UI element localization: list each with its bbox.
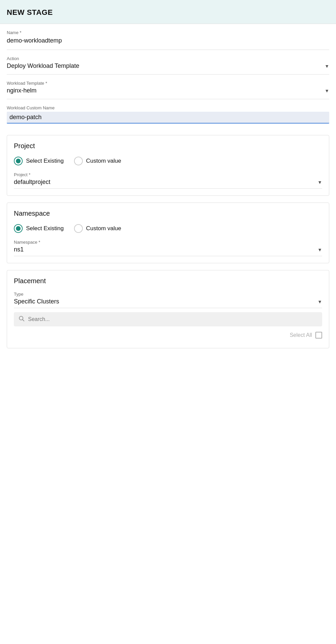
placement-type-value: Specific Clusters <box>14 298 59 305</box>
namespace-select-existing-label: Select Existing <box>26 225 64 232</box>
namespace-section: Namespace Select Existing Custom value N… <box>7 203 329 263</box>
name-field-group: Name * <box>7 24 329 50</box>
action-dropdown-arrow[interactable]: ▼ <box>325 63 329 69</box>
workload-custom-name-input[interactable] <box>7 112 329 124</box>
workload-template-select[interactable]: nginx-helm ▼ <box>7 87 329 94</box>
select-all-label: Select All <box>290 332 312 338</box>
workload-template-dropdown-arrow[interactable]: ▼ <box>325 88 329 93</box>
placement-section: Placement Type Specific Clusters ▼ Selec… <box>7 270 329 348</box>
namespace-radio-group: Select Existing Custom value <box>14 224 322 233</box>
page-title: NEW STAGE <box>7 8 329 17</box>
namespace-dropdown-value: ns1 <box>14 246 24 253</box>
workload-custom-name-label: Workload Custom Name <box>7 105 329 110</box>
workload-custom-name-field-group: Workload Custom Name <box>7 99 329 128</box>
select-all-checkbox[interactable] <box>315 332 322 339</box>
project-custom-value-label: Custom value <box>86 158 121 164</box>
action-field-group: Action Deploy Workload Template ▼ <box>7 50 329 75</box>
action-value: Deploy Workload Template <box>7 62 79 70</box>
namespace-dropdown[interactable]: ns1 ▼ <box>14 246 322 256</box>
workload-template-value: nginx-helm <box>7 87 37 94</box>
name-input[interactable] <box>7 36 329 45</box>
project-dropdown-value: defaultproject <box>14 179 50 186</box>
workload-template-field-group: Workload Template * nginx-helm ▼ <box>7 75 329 99</box>
action-select[interactable]: Deploy Workload Template ▼ <box>7 62 329 70</box>
form-body: Name * Action Deploy Workload Template ▼… <box>0 24 336 348</box>
project-select-existing-label: Select Existing <box>26 158 64 164</box>
project-custom-value-option[interactable]: Custom value <box>74 157 121 165</box>
namespace-select-existing-option[interactable]: Select Existing <box>14 224 64 233</box>
placement-type-dropdown[interactable]: Specific Clusters ▼ <box>14 298 322 308</box>
placement-search-input[interactable] <box>28 316 317 322</box>
placement-type-dropdown-arrow[interactable]: ▼ <box>317 299 322 304</box>
search-icon <box>19 316 25 323</box>
placement-search-box[interactable] <box>14 312 322 326</box>
project-section: Project Select Existing Custom value Pro… <box>7 135 329 196</box>
namespace-section-title: Namespace <box>14 210 322 217</box>
project-dropdown-group: Project * defaultproject ▼ <box>14 172 322 189</box>
namespace-dropdown-group: Namespace * ns1 ▼ <box>14 240 322 256</box>
namespace-select-existing-radio[interactable] <box>14 224 23 233</box>
project-custom-value-radio[interactable] <box>74 157 83 165</box>
placement-section-title: Placement <box>14 277 322 285</box>
svg-line-1 <box>23 320 24 321</box>
project-dropdown[interactable]: defaultproject ▼ <box>14 179 322 189</box>
project-section-title: Project <box>14 142 322 150</box>
project-select-existing-option[interactable]: Select Existing <box>14 157 64 165</box>
namespace-custom-value-option[interactable]: Custom value <box>74 224 121 233</box>
namespace-dropdown-label: Namespace * <box>14 240 322 245</box>
action-label: Action <box>7 56 329 61</box>
project-dropdown-label: Project * <box>14 172 322 177</box>
select-all-row: Select All <box>14 326 322 341</box>
name-label: Name * <box>7 30 329 35</box>
project-dropdown-arrow[interactable]: ▼ <box>317 180 322 185</box>
project-select-existing-radio[interactable] <box>14 157 23 165</box>
placement-type-group: Type Specific Clusters ▼ <box>14 292 322 308</box>
workload-template-label: Workload Template * <box>7 81 329 86</box>
namespace-custom-value-label: Custom value <box>86 225 121 232</box>
namespace-custom-value-radio[interactable] <box>74 224 83 233</box>
project-radio-group: Select Existing Custom value <box>14 157 322 165</box>
namespace-dropdown-arrow[interactable]: ▼ <box>317 247 322 252</box>
page-header: NEW STAGE <box>0 0 336 24</box>
placement-type-label: Type <box>14 292 322 297</box>
